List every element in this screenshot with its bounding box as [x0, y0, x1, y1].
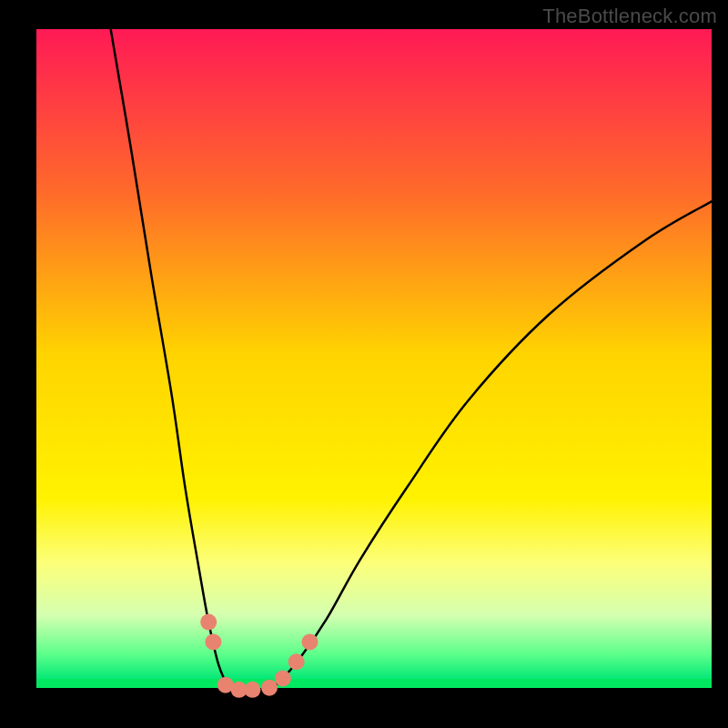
green-band [36, 679, 712, 688]
marker-dot [244, 682, 260, 698]
marker-dot [288, 653, 305, 670]
marker-dot [205, 633, 221, 650]
gradient-background [36, 29, 712, 681]
plot-area [36, 29, 712, 698]
marker-dot [302, 633, 318, 650]
marker-dot [261, 680, 278, 696]
marker-dot [200, 614, 217, 631]
chart-svg [0, 0, 728, 728]
watermark-text: TheBottleneck.com [542, 5, 717, 28]
marker-dot [275, 670, 291, 686]
chart-container: TheBottleneck.com [0, 0, 728, 728]
